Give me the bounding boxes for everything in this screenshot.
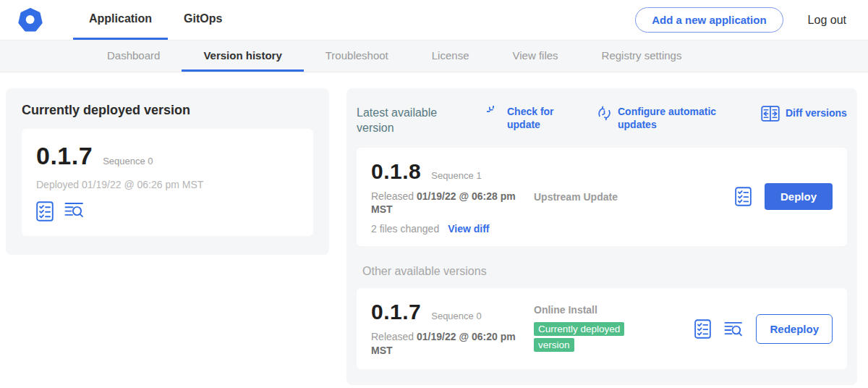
deploy-button[interactable]: Deploy [765, 183, 833, 210]
released-prefix: Released [371, 331, 414, 342]
diff-icon [761, 106, 780, 122]
release-notes-icon[interactable] [36, 201, 54, 222]
app-header: Application GitOps Add a new application… [0, 0, 868, 41]
diff-versions-link[interactable]: Diff versions [761, 106, 847, 122]
released-prefix: Released [371, 190, 414, 202]
latest-sequence-label: Sequence 1 [431, 170, 481, 181]
header-tabs: Application GitOps [73, 0, 238, 40]
check-for-update-label: Check for update [507, 106, 555, 131]
tab-gitops-label: GitOps [184, 12, 222, 25]
subnav-item-license[interactable]: License [410, 41, 491, 72]
latest-version-number: 0.1.8 [371, 159, 421, 184]
latest-released-timestamp: Released 01/19/22 @ 06:28 pm MST [371, 190, 524, 217]
view-diff-link[interactable]: View diff [448, 223, 489, 235]
other-versions-title: Other available versions [362, 265, 847, 278]
other-version-card: 0.1.7 Sequence 0 Released 01/19/22 @ 06:… [357, 288, 847, 369]
configure-automatic-updates-link[interactable]: Configure automatic updates [597, 106, 719, 131]
view-files-icon[interactable] [64, 201, 84, 222]
available-versions-panel: Latest available version Check for updat… [346, 88, 857, 385]
deployed-card-title: Currently deployed version [22, 103, 313, 118]
deployed-version-card: 0.1.7 Sequence 0 Deployed 01/19/22 @ 06:… [22, 129, 313, 236]
main-content: Currently deployed version 0.1.7 Sequenc… [0, 72, 868, 385]
app-subnav: Dashboard Version history Troubleshoot L… [0, 41, 868, 72]
other-version-source: Online Install [534, 304, 694, 316]
currently-deployed-badge: Currently deployed version [534, 322, 624, 352]
currently-deployed-card: Currently deployed version 0.1.7 Sequenc… [6, 88, 329, 255]
view-files-icon[interactable] [724, 321, 743, 337]
other-version-number: 0.1.7 [371, 300, 421, 324]
redeploy-button[interactable]: Redeploy [756, 314, 833, 344]
add-application-button[interactable]: Add a new application [635, 7, 783, 33]
auto-update-clock-icon [597, 106, 612, 121]
tab-gitops[interactable]: GitOps [168, 0, 238, 40]
deployed-version-number: 0.1.7 [36, 142, 93, 170]
diff-versions-label: Diff versions [786, 107, 847, 120]
subnav-item-dashboard[interactable]: Dashboard [85, 41, 182, 72]
latest-version-card: 0.1.8 Sequence 1 Released 01/19/22 @ 06:… [357, 148, 847, 247]
logout-button[interactable]: Log out [808, 14, 846, 27]
subnav-item-view-files[interactable]: View files [490, 41, 579, 72]
configure-automatic-updates-label: Configure automatic updates [618, 106, 719, 131]
refresh-icon [487, 106, 501, 120]
logo-icon [18, 8, 43, 33]
files-changed-label: 2 files changed [371, 223, 439, 235]
subnav-item-troubleshoot[interactable]: Troubleshoot [304, 41, 410, 72]
subnav-item-version-history[interactable]: Version history [182, 41, 303, 72]
latest-available-title: Latest available version [357, 106, 449, 136]
app-logo [18, 0, 43, 40]
deployed-sequence-label: Sequence 0 [103, 156, 153, 166]
latest-version-source: Upstream Update [534, 191, 618, 203]
other-released-timestamp: Released 01/19/22 @ 06:20 pm MST [371, 330, 524, 358]
check-for-update-link[interactable]: Check for update [487, 106, 555, 131]
release-notes-icon[interactable] [735, 187, 752, 206]
other-sequence-label: Sequence 0 [431, 311, 481, 321]
release-notes-icon[interactable] [694, 319, 711, 339]
tab-application[interactable]: Application [73, 0, 168, 40]
deployed-timestamp: Deployed 01/19/22 @ 06:26 pm MST [36, 179, 299, 190]
tab-application-label: Application [89, 12, 152, 25]
subnav-item-registry-settings[interactable]: Registry settings [580, 41, 704, 72]
